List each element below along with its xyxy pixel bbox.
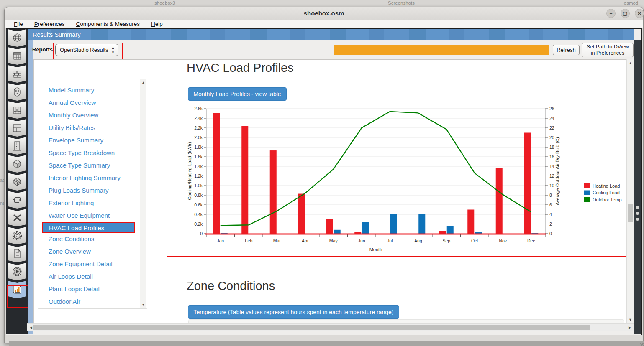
dview-button-line2: in Preferences xyxy=(591,50,625,56)
background-window-title: osmod xyxy=(618,0,644,5)
section-title-zone: Zone Conditions xyxy=(187,279,275,293)
play-icon xyxy=(11,265,23,278)
dview-button-line1: Set Path to DView xyxy=(586,44,629,50)
svg-text:24: 24 xyxy=(549,116,554,121)
tab-page-header: Results Summary xyxy=(28,29,634,40)
nav-item-air-loops-detail[interactable]: Air Loops Detail xyxy=(38,270,147,283)
svg-text:0.4k: 0.4k xyxy=(194,212,203,217)
nav-item-plug-loads-summary[interactable]: Plug Loads Summary xyxy=(38,184,147,197)
svg-text:2: 2 xyxy=(549,221,552,226)
tab-facility[interactable] xyxy=(8,137,26,155)
tab-run-simulation[interactable] xyxy=(8,263,26,280)
bricks-icon xyxy=(11,68,23,80)
svg-text:1.4k: 1.4k xyxy=(194,164,203,169)
nav-item-annual-overview[interactable]: Annual Overview xyxy=(38,97,147,109)
svg-text:0.8k: 0.8k xyxy=(194,193,203,198)
scroll-down-icon[interactable]: ▼ xyxy=(629,318,632,322)
horizontal-scrollbar[interactable]: ◀ ▶ xyxy=(27,323,634,331)
window-titlebar[interactable]: shoebox.osm – ▢ ✕ xyxy=(5,7,643,20)
nav-item-zone-equipment-detail[interactable]: Zone Equipment Detail xyxy=(38,258,147,270)
nav-item-hvac-load-profiles[interactable]: HVAC Load Profiles xyxy=(42,222,135,233)
cubes-icon xyxy=(11,176,23,188)
svg-text:10: 10 xyxy=(549,183,554,188)
svg-text:Heating Load: Heating Load xyxy=(593,183,620,188)
menu-file[interactable]: File xyxy=(14,21,23,27)
tab-site[interactable] xyxy=(8,29,26,47)
right-splitter-panel[interactable] xyxy=(634,40,641,334)
tab-thermal-zones[interactable] xyxy=(8,173,26,191)
svg-text:2.2k: 2.2k xyxy=(194,125,203,130)
tab-hvac-systems[interactable] xyxy=(8,191,26,209)
svg-text:0.6k: 0.6k xyxy=(194,202,203,207)
scroll-left-icon[interactable]: ◀ xyxy=(29,326,32,330)
tab-geometry[interactable] xyxy=(8,119,26,137)
tab-constructions[interactable] xyxy=(8,65,26,83)
tab-output-variables[interactable] xyxy=(8,209,26,226)
tab-measures[interactable] xyxy=(8,245,26,262)
nav-item-space-type-breakdown[interactable]: Space Type Breakdown xyxy=(38,147,147,159)
scroll-up-icon[interactable]: ▲ xyxy=(629,61,632,65)
svg-text:2.4k: 2.4k xyxy=(194,116,203,121)
minimize-button[interactable]: – xyxy=(606,9,616,18)
horizontal-scroll-thumb[interactable] xyxy=(33,325,590,330)
nav-item-plant-loops-detail[interactable]: Plant Loops Detail xyxy=(38,283,147,295)
menu-preferences[interactable]: Preferences xyxy=(34,21,65,27)
svg-text:6: 6 xyxy=(549,202,552,207)
box-icon xyxy=(11,158,23,170)
resize-grip-icon[interactable] xyxy=(640,343,644,346)
window-title: shoebox.osm xyxy=(304,10,344,17)
nav-item-interior-lighting-summary[interactable]: Interior Lighting Summary xyxy=(38,172,147,184)
nav-item-zone-conditions[interactable]: Zone Conditions xyxy=(38,233,147,245)
tab-schedules[interactable] xyxy=(8,47,26,65)
svg-text:Feb: Feb xyxy=(245,238,252,243)
tab-loads[interactable] xyxy=(8,83,26,101)
nav-item-water-use-equipment[interactable]: Water Use Equipment xyxy=(38,209,147,222)
background-window-title: Screenshots xyxy=(378,0,425,5)
nav-item-utility-bills-rates[interactable]: Utility Bills/Rates xyxy=(38,122,147,134)
close-button[interactable]: ✕ xyxy=(635,9,644,18)
svg-text:1.0k: 1.0k xyxy=(194,183,203,188)
svg-text:Nov: Nov xyxy=(499,238,507,243)
svg-text:Mar: Mar xyxy=(273,238,281,243)
reports-dropdown[interactable]: OpenStudio Results ▲▼ xyxy=(55,44,118,56)
tab-spaces[interactable] xyxy=(8,155,26,173)
nav-item-envelope-summary[interactable]: Envelope Summary xyxy=(38,134,147,147)
vertical-scroll-thumb[interactable] xyxy=(628,204,633,222)
splitter-grip-icon[interactable] xyxy=(634,203,641,224)
maximize-button[interactable]: ▢ xyxy=(621,9,630,18)
svg-text:12: 12 xyxy=(549,173,554,178)
svg-text:Dec: Dec xyxy=(527,238,535,243)
nav-item-zone-overview[interactable]: Zone Overview xyxy=(38,245,147,258)
svg-text:2.6k: 2.6k xyxy=(194,106,203,111)
svg-text:Sep: Sep xyxy=(442,238,450,243)
rubik-cube-icon xyxy=(11,104,23,116)
tab-space-types[interactable] xyxy=(8,101,26,119)
menu-components-measures[interactable]: Components & Measures xyxy=(76,21,140,27)
section-title-hvac: HVAC Load Profiles xyxy=(187,61,294,75)
bar-chart-icon xyxy=(11,283,23,296)
scroll-right-icon[interactable]: ▶ xyxy=(629,326,631,330)
nav-item-space-type-summary[interactable]: Space Type Summary xyxy=(38,159,147,172)
svg-text:16: 16 xyxy=(549,154,554,159)
nav-item-exterior-lighting[interactable]: Exterior Lighting xyxy=(38,197,147,209)
scroll-down-icon[interactable]: ▼ xyxy=(140,303,146,307)
nav-scrollbar[interactable]: ▲ ▼ xyxy=(140,79,146,308)
set-path-dview-button[interactable]: Set Path to DView in Preferences xyxy=(582,43,634,57)
nav-item-model-summary[interactable]: Model Summary xyxy=(38,84,147,97)
scroll-up-icon[interactable]: ▲ xyxy=(140,81,146,84)
refresh-button[interactable]: Refresh xyxy=(553,45,580,55)
svg-text:Apr: Apr xyxy=(302,238,309,243)
report-nav-panel: Model SummaryAnnual OverviewMonthly Over… xyxy=(38,79,147,309)
temperature-table-button[interactable]: Temperature (Table values represent hour… xyxy=(188,305,399,319)
x-variables-icon xyxy=(11,211,23,224)
loop-arrows-icon xyxy=(11,193,23,206)
vertical-scrollbar[interactable]: ▲ ▼ xyxy=(626,59,634,323)
nav-item-monthly-overview[interactable]: Monthly Overview xyxy=(38,109,147,122)
menu-help[interactable]: Help xyxy=(151,21,163,27)
tab-simulation-settings[interactable] xyxy=(8,227,26,244)
tab-results-summary[interactable] xyxy=(8,281,26,298)
monthly-load-profiles-button[interactable]: Monthly Load Profiles - view table xyxy=(188,87,287,101)
svg-text:Average Outdoor Air Dry Bulb (: Average Outdoor Air Dry Bulb (C) xyxy=(555,137,560,205)
background-window-title: shoebox3 xyxy=(147,0,182,5)
nav-item-outdoor-air[interactable]: Outdoor Air xyxy=(38,295,147,308)
